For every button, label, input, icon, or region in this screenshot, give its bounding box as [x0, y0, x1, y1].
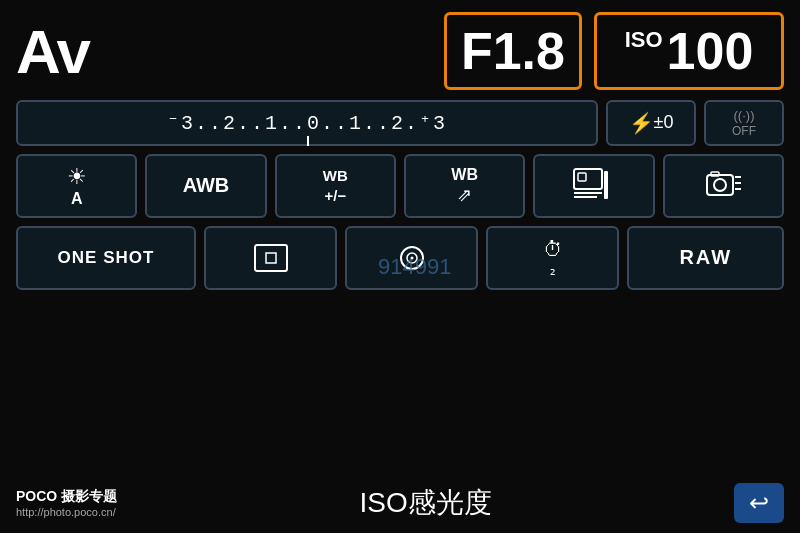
awb-label: AWB: [183, 174, 230, 197]
wb-shift-label: WB: [451, 166, 478, 184]
iso-value: 100: [667, 21, 754, 81]
af-point-box[interactable]: [204, 226, 337, 290]
row-settings: ☀ A AWB WB+/− WB ⇗: [16, 154, 784, 218]
aperture-box[interactable]: F1.8: [444, 12, 582, 90]
self-timer-box[interactable]: ⏱ ₂: [486, 226, 619, 290]
poco-branding: POCO 摄影专题 http://photo.poco.cn/: [16, 488, 117, 518]
one-shot-label: ONE SHOT: [58, 248, 155, 268]
svg-rect-1: [578, 173, 586, 181]
iso-label: ISO: [625, 27, 663, 53]
picture-style-icon: [572, 167, 616, 205]
flash-box[interactable]: ⚡ ±0: [606, 100, 696, 146]
self-timer-label: ⏱: [543, 238, 563, 261]
row-exposure: ⁻3..2..1..0..1..2.⁺3 ⚡ ±0 ((·)) OFF: [16, 100, 784, 146]
exposure-cursor: [307, 136, 309, 146]
row-modes: ONE SHOT ⏱ ₂ RAW: [16, 226, 784, 290]
raw-box[interactable]: RAW: [627, 226, 784, 290]
wb-shift-icon: ⇗: [457, 184, 472, 206]
back-icon: ↩: [749, 489, 769, 517]
wifi-box[interactable]: ((·)) OFF: [704, 100, 784, 146]
drive-mode-icon: [394, 243, 430, 273]
mode-label: Av: [16, 16, 89, 87]
picture-style-box[interactable]: [533, 154, 654, 218]
svg-rect-12: [255, 245, 287, 271]
scene-mode-box[interactable]: ☀ A: [16, 154, 137, 218]
svg-rect-13: [266, 253, 276, 263]
drive-mode-box[interactable]: [345, 226, 478, 290]
poco-name: POCO 摄影专题: [16, 488, 117, 506]
exposure-scale: ⁻3..2..1..0..1..2.⁺3: [167, 110, 447, 135]
wb-shift-box[interactable]: WB ⇗: [404, 154, 525, 218]
af-point-icon: [253, 243, 289, 273]
scene-label: A: [71, 190, 83, 208]
wifi-icon: ((·)) OFF: [732, 108, 756, 138]
flash-icon: ⚡: [629, 111, 654, 135]
self-timer-value: ₂: [550, 261, 556, 277]
svg-point-16: [410, 256, 413, 259]
camera-menu-icon: [701, 167, 745, 205]
poco-url: http://photo.poco.cn/: [16, 506, 117, 518]
row-top: Av F1.8 ISO 100: [16, 12, 784, 90]
wb-plus-label: WB+/−: [323, 166, 348, 205]
awb-box[interactable]: AWB: [145, 154, 266, 218]
iso-box[interactable]: ISO 100: [594, 12, 784, 90]
wb-plus-box[interactable]: WB+/−: [275, 154, 396, 218]
svg-point-7: [714, 179, 726, 191]
iso-bottom-label: ISO感光度: [117, 484, 734, 522]
aperture-value: F1.8: [461, 21, 565, 81]
scene-icon: ☀: [67, 164, 87, 190]
one-shot-box[interactable]: ONE SHOT: [16, 226, 196, 290]
flash-value: ±0: [654, 112, 674, 133]
exposure-scale-box[interactable]: ⁻3..2..1..0..1..2.⁺3: [16, 100, 598, 146]
camera-menu-box[interactable]: [663, 154, 784, 218]
camera-screen: Av F1.8 ISO 100 ⁻3..2..1..0..1..2.⁺3 ⚡ ±…: [0, 0, 800, 533]
back-button[interactable]: ↩: [734, 483, 784, 523]
bottom-bar: POCO 摄影专题 http://photo.poco.cn/ ISO感光度 ↩: [16, 483, 784, 523]
raw-label: RAW: [679, 246, 732, 269]
